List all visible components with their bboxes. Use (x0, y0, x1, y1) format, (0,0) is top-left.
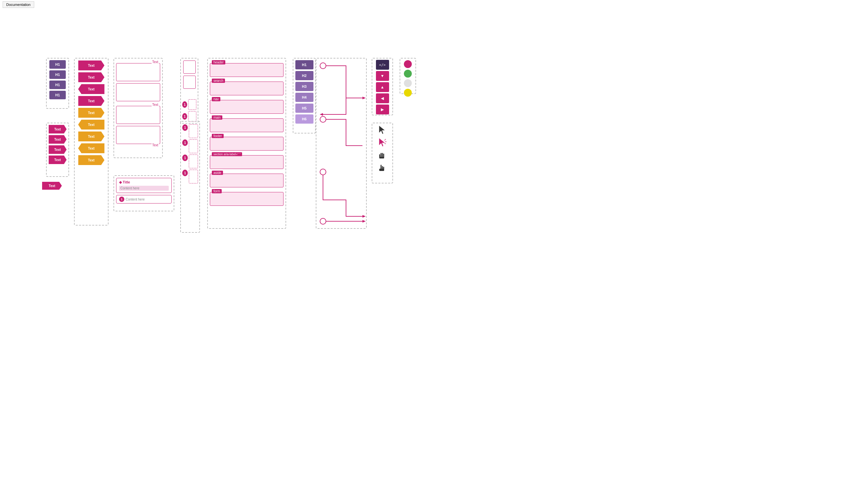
h3-tag: H3 (295, 82, 313, 91)
html-main-label: main (212, 115, 222, 120)
right-button[interactable]: ▶ (376, 105, 389, 114)
wireframe-label-4: Text (151, 143, 159, 147)
small-square-2 (183, 76, 196, 89)
tooltip-title: Title (119, 180, 169, 184)
wireframe-label-1: Text (151, 60, 159, 64)
h5-tag: H5 (295, 104, 313, 113)
html-form: form (210, 192, 284, 206)
tooltip-group: Title Content here 1 Content here (113, 175, 174, 211)
swatch-pink (404, 60, 412, 68)
svg-marker-1 (362, 97, 366, 99)
wireframe-item-4: Text (116, 126, 160, 144)
num-row-1: 1 (182, 124, 198, 138)
svg-rect-21 (379, 169, 384, 171)
svg-rect-15 (382, 153, 383, 158)
ribbon-text-2: Text (49, 135, 67, 144)
tooltip-card: Title Content here (116, 178, 172, 193)
documentation-tab[interactable]: Documentation (3, 1, 34, 8)
wireframe-label-3: Text (151, 103, 159, 107)
h1-tag-1: H1 (49, 60, 66, 69)
h2-tag: H2 (295, 71, 313, 80)
html-aside: aside (210, 174, 284, 187)
arrow-text-5: Text (78, 108, 105, 118)
html-section-aria: section aria-label=" " (210, 155, 284, 169)
small-square-1 (183, 60, 196, 74)
html-section-inner (210, 155, 284, 169)
num-row-4: 1 (182, 170, 198, 183)
html-nav: nav (210, 100, 284, 114)
h1-tag-4: H1 (49, 91, 66, 99)
click-cursor-icon (376, 137, 389, 148)
svg-line-10 (384, 139, 386, 140)
html-main-inner (210, 118, 284, 132)
htags-group: H1 H2 H3 H4 H5 H6 (293, 58, 316, 133)
arrow-text-4: Text (78, 96, 105, 106)
swatch-yellow (404, 89, 412, 97)
arrow-text-3: Text (78, 84, 105, 94)
svg-marker-5 (362, 215, 366, 218)
num-row-3: 1 (182, 155, 198, 168)
arrow-text-9: Text (78, 155, 105, 165)
badge-row-2: 1 (182, 139, 188, 146)
html-footer-label: footer (212, 134, 223, 138)
hand-open-icon (376, 149, 389, 161)
h1-tag: H1 (295, 60, 313, 69)
h1-tags-group: H1 H1 H1 H1 (46, 58, 69, 109)
down-button[interactable]: ▼ (376, 71, 389, 81)
up-button[interactable]: ▲ (376, 82, 389, 92)
dashed-rect-3 (189, 155, 198, 168)
html-aside-label: aside (212, 170, 223, 175)
controls-group: </> ▼ ▲ ◀ ▶ (372, 58, 393, 115)
standalone-text-tag: Text (42, 180, 62, 191)
badge-1: 1 (182, 101, 187, 108)
h4-tag: H4 (295, 93, 313, 102)
num-row-2: 1 (182, 139, 198, 153)
svg-rect-14 (380, 153, 381, 158)
arrow-text-8: Text (78, 143, 105, 153)
html-search-inner (210, 82, 284, 95)
swatches-group (400, 58, 416, 94)
arrow-cursor-icon (376, 124, 389, 136)
hand-point-icon (376, 161, 389, 173)
html-nav-inner (210, 100, 284, 114)
html-aside-inner (210, 174, 284, 187)
dashed-sq-1 (188, 99, 196, 110)
svg-rect-17 (379, 157, 384, 159)
h1-tag-3: H1 (49, 80, 66, 89)
html-header-label: header (212, 60, 225, 65)
numbered-dashed-group: 1 1 1 1 (180, 121, 200, 233)
numbered-item-1: 1 (182, 99, 196, 110)
html-header-inner (210, 63, 284, 77)
svg-marker-8 (379, 126, 384, 134)
wireframe-box-4 (116, 126, 160, 144)
html-footer-inner (210, 137, 284, 150)
numbered-item-2: 1 (182, 111, 196, 122)
svg-rect-18 (380, 165, 381, 169)
dashed-sq-2 (188, 111, 196, 122)
html-header: header (210, 63, 284, 77)
tooltip-content: Content here (119, 186, 169, 191)
flow-diagram-svg (317, 58, 368, 230)
badge-row-3: 1 (182, 155, 188, 161)
ribbon-text-3: Text (49, 145, 67, 154)
svg-line-12 (384, 143, 386, 144)
html-footer: footer (210, 137, 284, 150)
left-button[interactable]: ◀ (376, 93, 389, 103)
badge-row-1: 1 (182, 124, 188, 131)
tooltip-item-label: Content here (126, 198, 145, 201)
wireframe-box-3 (116, 106, 160, 124)
text-ribbon-group: Text Text Text Text (46, 123, 69, 177)
h1-tag-2: H1 (49, 70, 66, 79)
html-main: main (210, 118, 284, 132)
dashed-squares-group: 1 1 (180, 98, 198, 123)
svg-marker-9 (379, 139, 384, 146)
arrow-text-6: Text (78, 120, 105, 129)
code-button[interactable]: </> (376, 60, 389, 70)
html-form-inner (210, 192, 284, 206)
badge-2: 1 (182, 113, 187, 120)
dashed-rect-1 (189, 124, 198, 138)
dashed-rect-4 (189, 170, 198, 183)
svg-point-4 (320, 169, 326, 175)
arrow-flow-group (316, 58, 367, 229)
wireframe-item-2 (116, 83, 160, 101)
